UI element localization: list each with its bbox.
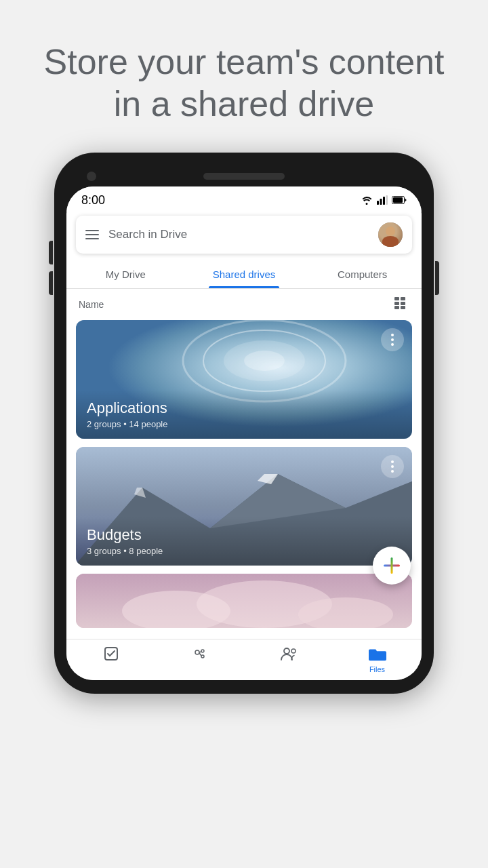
svg-point-28 — [201, 650, 204, 652]
svg-rect-11 — [401, 306, 405, 309]
hero-text: Store your team's content in a shared dr… — [0, 0, 488, 153]
nav-item-files[interactable]: Files — [333, 645, 422, 673]
nav-item-home[interactable] — [155, 645, 244, 673]
drive-meta-budgets: 3 groups • 8 people — [87, 546, 401, 556]
tab-computers[interactable]: Computers — [303, 259, 422, 288]
svg-point-29 — [201, 655, 204, 658]
svg-rect-1 — [380, 199, 382, 205]
drive-card-budgets[interactable]: Budgets 3 groups • 8 people — [76, 447, 412, 566]
more-options-applications[interactable] — [381, 328, 404, 351]
drive-name-applications: Applications — [87, 399, 401, 417]
bottom-nav: Files — [66, 639, 422, 680]
phone-frame: 8:00 — [54, 153, 434, 694]
search-placeholder[interactable]: Search in Drive — [108, 228, 369, 241]
svg-rect-3 — [386, 195, 388, 205]
signal-icon — [377, 195, 388, 205]
status-icons — [361, 195, 407, 205]
fab-button[interactable] — [373, 547, 411, 585]
nav-label-files: Files — [369, 665, 385, 673]
hero-line2: in a shared drive — [114, 84, 374, 123]
drive-name-budgets: Budgets — [87, 526, 401, 544]
tabs-bar: My Drive Shared drives Computers — [66, 259, 422, 289]
status-time: 8:00 — [81, 193, 105, 208]
svg-point-32 — [284, 648, 289, 654]
sort-label[interactable]: Name — [79, 299, 104, 310]
nav-item-priority[interactable] — [66, 645, 155, 673]
svg-rect-2 — [383, 197, 385, 205]
phone-notch — [66, 173, 422, 180]
vol-down-button — [49, 271, 53, 295]
hamburger-icon[interactable] — [85, 230, 99, 239]
status-bar: 8:00 — [66, 186, 422, 212]
svg-rect-7 — [401, 297, 405, 300]
drive-card-partial[interactable] — [76, 574, 412, 628]
svg-rect-8 — [394, 302, 399, 305]
vol-up-button — [49, 241, 53, 264]
check-square-icon — [102, 645, 120, 663]
drive-meta-applications: 2 groups • 14 people — [87, 419, 401, 429]
more-dots-icon — [391, 334, 394, 346]
front-camera — [87, 172, 96, 181]
hero-line1: Store your team's content — [44, 42, 445, 81]
card-overlay-budgets: Budgets 3 groups • 8 people — [76, 517, 412, 566]
card-overlay-applications: Applications 2 groups • 14 people — [76, 390, 412, 439]
battery-icon — [392, 196, 407, 204]
svg-point-16 — [244, 351, 285, 371]
nav-item-shared[interactable] — [244, 645, 333, 673]
list-view-icon[interactable] — [394, 297, 409, 312]
svg-rect-9 — [401, 302, 405, 305]
clouds-graphic — [76, 574, 412, 628]
svg-rect-6 — [394, 297, 399, 300]
power-button — [435, 261, 439, 295]
svg-line-31 — [199, 653, 201, 656]
home-icon — [191, 645, 209, 663]
drive-card-applications[interactable]: Applications 2 groups • 14 people — [76, 320, 412, 439]
plus-icon — [384, 557, 400, 574]
svg-rect-0 — [377, 201, 379, 205]
search-bar[interactable]: Search in Drive — [76, 216, 412, 254]
tab-shared-drives[interactable]: Shared drives — [185, 259, 304, 288]
svg-line-30 — [199, 652, 201, 652]
phone-screen: 8:00 — [66, 186, 422, 680]
sort-row: Name — [66, 289, 422, 320]
folder-icon — [369, 645, 386, 663]
svg-point-33 — [291, 649, 296, 653]
svg-rect-10 — [394, 306, 399, 309]
more-dots-icon — [391, 460, 394, 473]
svg-rect-5 — [393, 197, 403, 203]
card-background-partial — [76, 574, 412, 628]
people-icon — [280, 645, 298, 663]
wifi-icon — [361, 195, 373, 205]
more-options-budgets[interactable] — [381, 455, 404, 478]
avatar-image — [378, 222, 403, 247]
drive-cards-list: Applications 2 groups • 14 people — [66, 320, 422, 639]
svg-point-27 — [195, 650, 199, 654]
tab-my-drive[interactable]: My Drive — [66, 259, 185, 288]
avatar[interactable] — [378, 222, 403, 247]
speaker — [203, 173, 285, 180]
